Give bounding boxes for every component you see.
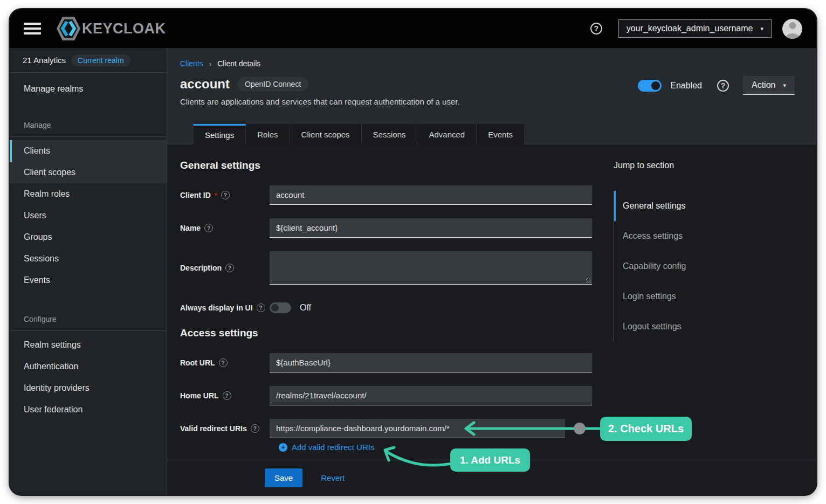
sidebar-item-events[interactable]: Events <box>10 270 167 291</box>
always-display-help-icon[interactable]: ? <box>257 303 265 312</box>
settings-form: General settings Client ID * ? Name ? <box>167 144 816 460</box>
sidebar-item-groups[interactable]: Groups <box>10 226 167 248</box>
tab-bar: Settings Roles Client scopes Sessions Ad… <box>193 124 525 144</box>
keycloak-logo-icon <box>56 15 81 42</box>
jump-item-capability-config[interactable]: Capability config <box>614 251 791 281</box>
root-url-help-icon[interactable]: ? <box>219 358 228 367</box>
description-textarea[interactable] <box>270 251 592 285</box>
redirect-uris-help-icon[interactable]: ? <box>251 424 259 433</box>
keycloak-admin-window: KEYCLOAK ? your_keycloak_admin_username … <box>10 9 816 495</box>
current-realm-row: 21 Analytics Current realm <box>10 48 167 73</box>
help-icon[interactable]: ? <box>590 23 602 34</box>
sidebar-item-realm-settings[interactable]: Realm settings <box>10 334 167 356</box>
admin-username-dropdown[interactable]: your_keycloak_admin_username ▾ <box>618 19 772 38</box>
home-url-label: Home URL ? <box>180 391 270 400</box>
client-id-input[interactable] <box>270 185 592 205</box>
enabled-help-icon[interactable]: ? <box>717 80 729 92</box>
description-label: Description ? <box>180 264 270 272</box>
sidebar-item-identity-providers[interactable]: Identity providers <box>10 377 167 399</box>
sidebar-item-authentication[interactable]: Authentication <box>10 356 167 377</box>
action-dropdown[interactable]: Action ▾ <box>743 76 795 95</box>
hamburger-menu-icon[interactable] <box>24 20 41 37</box>
client-id-help-icon[interactable]: ? <box>221 191 230 199</box>
page-header: Clients › Client details account OpenID … <box>167 48 816 144</box>
redirect-uris-label: Valid redirect URIs ? <box>180 424 270 433</box>
annotation-step1-badge: 1. Add URLs <box>450 448 530 472</box>
sidebar-item-realm-roles[interactable]: Realm roles <box>10 183 167 205</box>
client-id-label: Client ID * ? <box>180 191 270 199</box>
name-help-icon[interactable]: ? <box>204 224 213 232</box>
main-area: Clients › Client details account OpenID … <box>167 48 816 495</box>
sidebar-item-client-scopes[interactable]: Client scopes <box>10 162 167 183</box>
always-display-state: Off <box>300 303 311 313</box>
sidebar-item-clients[interactable]: Clients <box>10 140 167 162</box>
avatar[interactable] <box>782 19 802 39</box>
tab-events[interactable]: Events <box>477 124 525 144</box>
sidebar-item-user-federation[interactable]: User federation <box>10 399 167 420</box>
sidebar-item-sessions[interactable]: Sessions <box>10 248 167 270</box>
root-url-label: Root URL ? <box>180 358 270 367</box>
page-title: account <box>180 77 230 92</box>
jump-item-general-settings[interactable]: General settings <box>614 191 791 221</box>
root-url-input[interactable] <box>270 353 592 372</box>
home-url-row: Home URL ? <box>180 386 816 405</box>
root-url-row: Root URL ? <box>180 353 816 372</box>
name-label: Name ? <box>180 224 270 232</box>
jump-to-section-nav: Jump to section General settings Access … <box>614 161 791 342</box>
enabled-label: Enabled <box>670 81 702 91</box>
jump-item-logout-settings[interactable]: Logout settings <box>614 312 791 342</box>
protocol-badge: OpenID Connect <box>237 77 308 91</box>
realm-name: 21 Analytics <box>23 56 66 65</box>
jump-heading: Jump to section <box>614 161 791 171</box>
revert-link[interactable]: Revert <box>321 473 345 482</box>
breadcrumb-current: Client details <box>217 59 260 68</box>
current-realm-badge: Current realm <box>71 54 130 66</box>
sidebar: 21 Analytics Current realm Manage realms… <box>10 48 167 495</box>
home-url-help-icon[interactable]: ? <box>223 391 231 400</box>
home-url-input[interactable] <box>270 386 592 405</box>
chevron-down-icon: ▾ <box>760 25 763 32</box>
description-help-icon[interactable]: ? <box>225 264 234 272</box>
sidebar-group-configure: Configure <box>10 315 167 331</box>
chevron-down-icon: ▾ <box>783 82 786 89</box>
name-input[interactable] <box>270 218 592 238</box>
redirect-uri-input[interactable] <box>270 419 565 438</box>
page-description: Clients are applications and services th… <box>180 97 816 106</box>
tab-sessions[interactable]: Sessions <box>362 124 418 144</box>
save-button[interactable]: Save <box>265 468 302 487</box>
tab-roles[interactable]: Roles <box>246 124 290 144</box>
always-display-label: Always display in UI ? <box>180 303 270 312</box>
admin-username: your_keycloak_admin_username <box>627 24 753 33</box>
description-textarea-wrap <box>270 251 592 285</box>
breadcrumb: Clients › Client details <box>180 59 816 68</box>
add-redirect-uri-link[interactable]: + Add valid redirect URIs <box>279 443 816 452</box>
remove-uri-button[interactable] <box>574 423 586 434</box>
tab-client-scopes[interactable]: Client scopes <box>290 124 362 144</box>
annotation-step2-badge: 2. Check URLs <box>600 417 692 441</box>
sidebar-item-users[interactable]: Users <box>10 205 167 226</box>
sidebar-item-manage-realms[interactable]: Manage realms <box>10 81 167 97</box>
required-asterisk: * <box>215 191 217 199</box>
jump-item-access-settings[interactable]: Access settings <box>614 221 791 251</box>
tab-settings[interactable]: Settings <box>193 124 246 144</box>
breadcrumb-clients-link[interactable]: Clients <box>180 59 203 68</box>
jump-item-login-settings[interactable]: Login settings <box>614 281 791 312</box>
top-bar: KEYCLOAK ? your_keycloak_admin_username … <box>10 9 816 48</box>
always-display-toggle[interactable] <box>270 302 291 313</box>
redirect-uris-row: Valid redirect URIs ? <box>180 419 816 438</box>
brand-name: KEYCLOAK <box>82 20 166 37</box>
enabled-toggle[interactable] <box>638 80 662 92</box>
breadcrumb-separator-icon: › <box>209 60 211 68</box>
tab-advanced[interactable]: Advanced <box>417 124 477 144</box>
sidebar-group-manage: Manage <box>10 121 167 137</box>
plus-circle-icon: + <box>279 443 287 452</box>
keycloak-logo: KEYCLOAK <box>56 15 166 42</box>
